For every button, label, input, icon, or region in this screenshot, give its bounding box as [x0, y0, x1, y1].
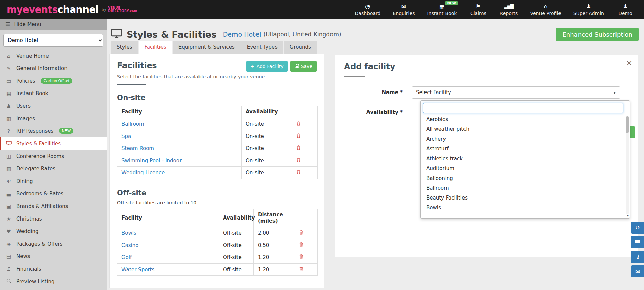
dropdown-option[interactable]: Ballroom	[423, 183, 628, 193]
table-icon: ▥	[5, 166, 12, 171]
nav-enquiries[interactable]: ✉ Enquiries	[393, 3, 415, 16]
divider	[117, 84, 317, 85]
trash-icon[interactable]	[299, 242, 303, 248]
onsite-heading: On-site	[117, 94, 317, 102]
sidebar-item-label: Packages & Offers	[16, 241, 63, 247]
sidebar-item-general-information[interactable]: ✎ General Information	[0, 62, 107, 75]
brand-name-secondary: channel	[58, 4, 98, 15]
add-facility-button[interactable]: + Add Facility	[246, 61, 288, 72]
dropdown-scrollbar-thumb[interactable]	[626, 116, 629, 133]
nav-claims[interactable]: ⚑ Claims	[469, 3, 487, 16]
bed-icon: ▃	[5, 191, 12, 196]
sidebar-item-news[interactable]: ▤ News	[0, 250, 107, 263]
sidebar-item-brands-affiliations[interactable]: ▣ Brands & Affiliations	[0, 200, 107, 212]
trash-icon[interactable]	[296, 157, 301, 164]
facility-select[interactable]: Select Facility ▾	[412, 86, 620, 99]
brand-logo[interactable]: myevents channel by VENUE DIRECTORY.com	[7, 4, 137, 15]
nav-dashboard[interactable]: ◔ Dashboard	[355, 3, 381, 16]
nav-demo-user[interactable]: ♟ Demo	[616, 3, 634, 16]
trash-icon[interactable]	[296, 169, 301, 176]
tab-equipment-services[interactable]: Equipment & Services	[173, 41, 241, 54]
facility-link[interactable]: Ballroom	[121, 121, 144, 127]
tab-facilities[interactable]: Facilities	[139, 41, 172, 54]
dropdown-option[interactable]: Bowls	[423, 203, 628, 213]
nav-venue-profile[interactable]: ⌂ Venue Profile	[530, 3, 561, 16]
save-button[interactable]: Save	[290, 61, 317, 72]
sidebar-item-packages-offers[interactable]: ◈ Packages & Offers	[0, 237, 107, 250]
hide-menu-button[interactable]: ☰ Hide Menu	[0, 19, 107, 30]
tab-event-types[interactable]: Event Types	[241, 41, 283, 54]
sidebar-item-venue-home[interactable]: ⌂ Venue Home	[0, 49, 107, 62]
availability-cell: On-site	[242, 167, 279, 179]
chat-icon	[635, 239, 640, 246]
tab-styles[interactable]: Styles	[111, 41, 138, 54]
brand-by-text: by	[102, 8, 106, 12]
chat-button[interactable]	[631, 236, 644, 248]
nav-reports[interactable]: ▂▅▇ Reports	[499, 3, 518, 16]
dropdown-search-input[interactable]	[423, 103, 623, 113]
sidebar-item-wedding[interactable]: ♥ Wedding	[0, 225, 107, 237]
add-facility-panel: × Add facility Name * Select Facility ▾	[335, 55, 638, 257]
dropdown-option[interactable]: Beauty Facilities	[423, 193, 628, 203]
save-icon	[295, 64, 299, 69]
facility-link[interactable]: Casino	[121, 242, 138, 248]
directory-line2: DIRECTORY.com	[108, 9, 137, 13]
nav-super-admin[interactable]: ♟ Super Admin	[573, 3, 604, 16]
trash-icon[interactable]	[296, 133, 301, 139]
plus-icon: +	[250, 64, 254, 69]
sidebar-item-policies[interactable]: ▤ Policies Carbon Offset	[0, 75, 107, 87]
enhanced-subscription-button[interactable]: Enhanced Subscription	[556, 28, 639, 41]
dropdown-option[interactable]: Athletics track	[423, 154, 628, 164]
nav-label: Super Admin	[573, 11, 604, 16]
sidebar-item-conference-rooms[interactable]: ◫ Conference Rooms	[0, 150, 107, 162]
venue-select[interactable]: Demo Hotel	[3, 34, 103, 47]
sidebar-item-instant-book[interactable]: ▦ Instant Book	[0, 87, 107, 100]
facility-link[interactable]: Steam Room	[121, 145, 154, 151]
mail-icon: ✉	[635, 268, 640, 275]
sidebar-item-images[interactable]: ▨ Images	[0, 112, 107, 125]
history-button[interactable]: ↺	[631, 222, 644, 234]
sidebar-item-dining[interactable]: Ψ Dining	[0, 175, 107, 187]
sidebar-item-label: Instant Book	[16, 90, 48, 97]
trash-icon[interactable]	[299, 230, 303, 236]
facility-link[interactable]: Spa	[121, 133, 131, 139]
trash-icon[interactable]	[299, 254, 303, 261]
dropdown-option[interactable]: Aerobics	[423, 115, 628, 124]
sidebar-item-financials[interactable]: £ Financials	[0, 263, 107, 275]
trash-icon[interactable]	[296, 145, 301, 151]
dropdown-option[interactable]: Astroturf	[423, 144, 628, 154]
nav-label: Reports	[500, 11, 518, 16]
facility-link[interactable]: Golf	[121, 254, 132, 261]
dropdown-option[interactable]: Auditorium	[423, 164, 628, 173]
facility-link[interactable]: Bowls	[121, 230, 136, 236]
sidebar-item-christmas[interactable]: ★ Christmas	[0, 212, 107, 225]
sidebar-item-bedrooms-rates[interactable]: ▃ Bedrooms & Rates	[0, 187, 107, 200]
sidebar-item-rfp-responses[interactable]: ? RfP Responses NEW	[0, 125, 107, 137]
facility-link[interactable]: Swimming Pool - Indoor	[121, 158, 182, 164]
trash-icon[interactable]	[299, 266, 303, 273]
col-distance: Distance (miles)	[254, 209, 285, 227]
sidebar-menu: ⌂ Venue Home ✎ General Information ▤ Pol…	[0, 49, 107, 288]
availability-cell: Off-site	[219, 239, 254, 251]
tab-grounds[interactable]: Grounds	[284, 41, 317, 54]
dropdown-option[interactable]: All weather pitch	[423, 124, 628, 134]
dropdown-scrollbar-track	[626, 116, 629, 214]
sidebar-item-delegate-rates[interactable]: ▥ Delegate Rates	[0, 162, 107, 175]
facility-link[interactable]: Water Sports	[121, 267, 154, 273]
dropdown-option[interactable]: Archery	[423, 134, 628, 144]
briefcase-icon: ◫	[5, 153, 12, 159]
col-availability: Availability	[219, 209, 254, 227]
bar-chart-icon: ▂▅▇	[504, 3, 513, 9]
trash-icon[interactable]	[296, 121, 301, 127]
info-button[interactable]: i	[631, 251, 644, 263]
facility-link[interactable]: Wedding Licence	[121, 170, 165, 176]
close-icon[interactable]: ×	[626, 59, 632, 67]
sidebar-item-preview-listing[interactable]: Preview Listing	[0, 275, 107, 288]
sidebar-item-styles-facilities[interactable]: Styles & Facilities	[0, 137, 107, 150]
monitor-icon	[111, 29, 122, 40]
venue-link[interactable]: Demo Hotel	[223, 30, 261, 38]
email-button[interactable]: ✉	[631, 265, 644, 277]
dropdown-option[interactable]: Ballooning	[423, 173, 628, 183]
nav-instant-book[interactable]: NEW ▦ Instant Book	[427, 3, 457, 16]
sidebar-item-users[interactable]: ♟ Users	[0, 100, 107, 112]
